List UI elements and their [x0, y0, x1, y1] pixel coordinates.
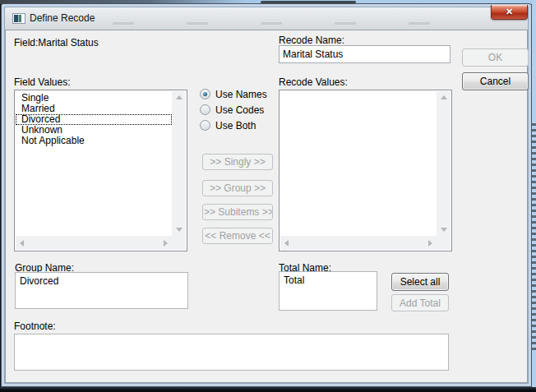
field-values-list-content: Single Married Divorced Unknown Not Appl…: [16, 91, 172, 236]
titlebar-glass-artifact: [335, 22, 356, 25]
recode-values-listbox[interactable]: [279, 90, 452, 251]
vertical-scrollbar[interactable]: [172, 91, 186, 236]
radio-label: Use Codes: [215, 104, 264, 116]
titlebar-glass-artifact: [409, 22, 430, 25]
background-window-bottom-edge: [0, 387, 536, 392]
scrollbar-corner: [437, 236, 451, 250]
radio-label: Use Names: [215, 89, 267, 100]
horizontal-scrollbar[interactable]: [280, 236, 437, 250]
scroll-left-icon[interactable]: [20, 240, 24, 247]
total-name-value: Total: [284, 274, 304, 286]
background-window-right-edge: [532, 0, 536, 392]
close-icon: ✕: [492, 5, 527, 18]
cancel-button[interactable]: Cancel: [462, 72, 529, 90]
ok-button[interactable]: OK: [462, 48, 529, 67]
field-values-listbox[interactable]: Single Married Divorced Unknown Not Appl…: [14, 90, 187, 251]
remove-button[interactable]: << Remove <<: [202, 228, 273, 244]
list-item[interactable]: Not Applicable: [16, 136, 172, 146]
horizontal-scrollbar[interactable]: [16, 236, 172, 250]
recode-values-list-content: [280, 91, 437, 236]
field-value: Marital Status: [38, 37, 98, 48]
dialog-titlebar[interactable]: Define Recode: [5, 7, 528, 30]
dialog-title: Define Recode: [30, 12, 95, 24]
titlebar-glass-artifact: [113, 22, 134, 25]
scroll-right-icon[interactable]: [164, 240, 168, 247]
recode-values-label: Recode Values:: [279, 76, 348, 88]
close-button[interactable]: ✕: [491, 5, 528, 20]
subitems-button[interactable]: >> Subitems >>: [202, 204, 273, 220]
scroll-up-icon[interactable]: [441, 95, 447, 99]
radio-use-codes[interactable]: Use Codes: [200, 104, 264, 116]
radio-icon[interactable]: [200, 104, 210, 115]
radio-label: Use Both: [215, 120, 256, 131]
add-total-button[interactable]: Add Total: [391, 294, 449, 311]
radio-use-both[interactable]: Use Both: [200, 119, 256, 131]
singly-button[interactable]: >> Singly >>: [202, 154, 273, 170]
recode-name-input[interactable]: [279, 45, 451, 63]
field-values-label: Field Values:: [14, 76, 70, 88]
radio-icon[interactable]: [200, 120, 210, 131]
radio-use-names[interactable]: Use Names: [200, 88, 267, 100]
field-label: Field:: [14, 37, 38, 48]
total-name-input[interactable]: Total: [279, 271, 377, 311]
vertical-scrollbar[interactable]: [437, 91, 451, 236]
scroll-down-icon[interactable]: [441, 228, 447, 232]
scroll-down-icon[interactable]: [176, 228, 183, 232]
define-recode-dialog: Define Recode ✕ Field:Marital Status Rec…: [1, 3, 532, 387]
group-name-value: Divorced: [20, 275, 58, 287]
group-name-input[interactable]: Divorced: [15, 272, 188, 309]
footnote-label: Footnote:: [14, 321, 56, 332]
titlebar-glass-artifact: [187, 22, 208, 25]
titlebar-glass-artifact: [261, 22, 282, 25]
field-info: Field:Marital Status: [14, 37, 99, 48]
scroll-up-icon[interactable]: [176, 95, 183, 99]
screenshot-root: Define Recode ✕ Field:Marital Status Rec…: [0, 0, 536, 392]
scrollbar-corner: [172, 236, 186, 250]
radio-selected-icon[interactable]: [200, 89, 210, 99]
recode-name-label: Recode Name:: [279, 35, 344, 46]
scroll-left-icon[interactable]: [284, 240, 289, 247]
dialog-body: Field:Marital Status Recode Name: OK Can…: [5, 30, 528, 383]
footnote-input[interactable]: [14, 334, 449, 371]
select-all-button[interactable]: Select all: [391, 273, 449, 291]
background-window-content-blur: [532, 123, 536, 353]
scroll-right-icon[interactable]: [428, 240, 432, 247]
app-icon: [12, 13, 25, 24]
group-button[interactable]: >> Group >>: [202, 180, 273, 196]
